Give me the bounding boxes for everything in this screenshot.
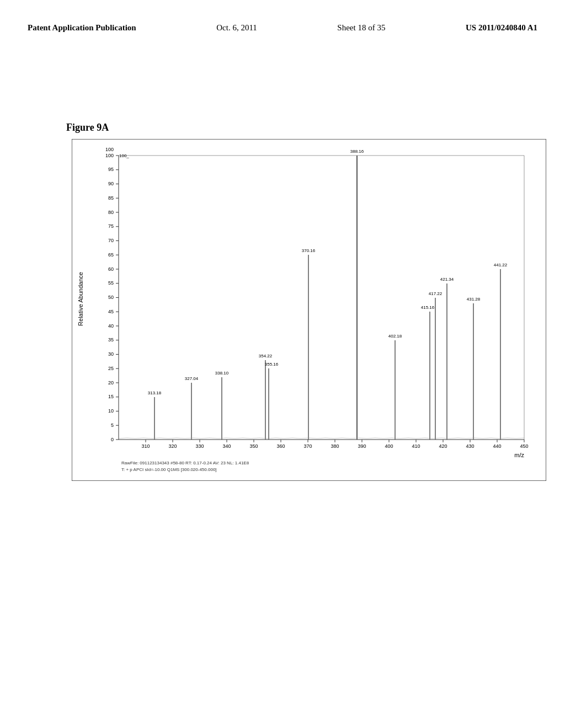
svg-text:50: 50 xyxy=(108,295,114,300)
svg-text:45: 45 xyxy=(108,309,114,314)
svg-text:420: 420 xyxy=(439,443,447,449)
svg-text:320: 320 xyxy=(168,443,177,449)
svg-text:417.22: 417.22 xyxy=(429,291,443,296)
svg-text:40: 40 xyxy=(108,323,114,329)
svg-text:390: 390 xyxy=(358,443,366,449)
publication-title: Patent Application Publication xyxy=(28,22,136,34)
svg-text:440: 440 xyxy=(493,443,501,449)
svg-text:355.16: 355.16 xyxy=(265,362,279,367)
svg-text:370.16: 370.16 xyxy=(302,248,316,253)
patent-number: US 2011/0240840 A1 xyxy=(466,22,537,34)
svg-text:350: 350 xyxy=(249,443,258,449)
svg-text:m/z: m/z xyxy=(514,452,524,458)
svg-text:360: 360 xyxy=(276,443,285,449)
svg-text:430: 430 xyxy=(466,443,474,449)
chart-svg: 0 5 10 15 20 25 30 xyxy=(72,139,546,481)
svg-text:354.22: 354.22 xyxy=(259,354,273,358)
svg-text:T: + p APCI sId=-10.00  Q1MS [: T: + p APCI sId=-10.00 Q1MS [300.020-450… xyxy=(121,467,217,472)
svg-text:410: 410 xyxy=(412,443,420,449)
svg-text:340: 340 xyxy=(222,443,231,449)
figure-area: Figure 9A xyxy=(61,122,537,481)
svg-text:415.16: 415.16 xyxy=(421,305,435,310)
svg-text:0: 0 xyxy=(111,437,114,442)
svg-text:100: 100 xyxy=(105,153,114,158)
chart-container: 0 5 10 15 20 25 30 xyxy=(72,139,546,481)
svg-text:10: 10 xyxy=(108,408,114,414)
svg-text:400: 400 xyxy=(385,443,393,449)
svg-text:310: 310 xyxy=(141,443,150,449)
svg-text:35: 35 xyxy=(108,337,114,342)
svg-text:370: 370 xyxy=(303,443,312,449)
svg-text:380: 380 xyxy=(331,443,339,449)
svg-text:70: 70 xyxy=(108,238,114,243)
svg-text:402.18: 402.18 xyxy=(388,334,402,339)
svg-text:25: 25 xyxy=(108,366,114,371)
svg-text:431.28: 431.28 xyxy=(467,297,481,302)
publication-date: Oct. 6, 2011 xyxy=(216,22,257,34)
svg-text:388.16: 388.16 xyxy=(350,149,364,154)
svg-text:60: 60 xyxy=(108,266,114,272)
svg-text:441.22: 441.22 xyxy=(494,263,508,267)
header: Patent Application Publication Oct. 6, 2… xyxy=(28,22,537,34)
svg-text:450: 450 xyxy=(520,443,528,449)
svg-text:100_: 100_ xyxy=(119,153,129,158)
svg-text:15: 15 xyxy=(108,394,114,399)
svg-rect-0 xyxy=(72,139,546,481)
svg-text:55: 55 xyxy=(108,280,114,286)
svg-text:90: 90 xyxy=(108,181,114,186)
svg-text:338.10: 338.10 xyxy=(215,371,229,376)
svg-text:20: 20 xyxy=(108,380,114,386)
svg-text:80: 80 xyxy=(108,210,114,215)
svg-text:100: 100 xyxy=(105,147,114,152)
svg-text:5: 5 xyxy=(111,422,114,428)
sheet-number: Sheet 18 of 35 xyxy=(337,22,385,34)
svg-text:75: 75 xyxy=(108,223,114,229)
figure-label: Figure 9A xyxy=(66,122,109,133)
svg-text:RawFile: 091123134343 #58-80  : RawFile: 091123134343 #58-80 RT: 0.17-0.… xyxy=(121,461,249,465)
svg-text:330: 330 xyxy=(195,443,204,449)
svg-text:313.18: 313.18 xyxy=(148,390,162,395)
svg-text:327.04: 327.04 xyxy=(185,376,199,381)
svg-text:421.34: 421.34 xyxy=(440,277,454,282)
page: Patent Application Publication Oct. 6, 2… xyxy=(0,0,565,728)
svg-text:65: 65 xyxy=(108,252,114,258)
svg-text:85: 85 xyxy=(108,195,114,201)
svg-text:95: 95 xyxy=(108,167,114,172)
svg-text:Relative Abundance: Relative Abundance xyxy=(77,272,84,326)
svg-text:30: 30 xyxy=(108,351,114,357)
